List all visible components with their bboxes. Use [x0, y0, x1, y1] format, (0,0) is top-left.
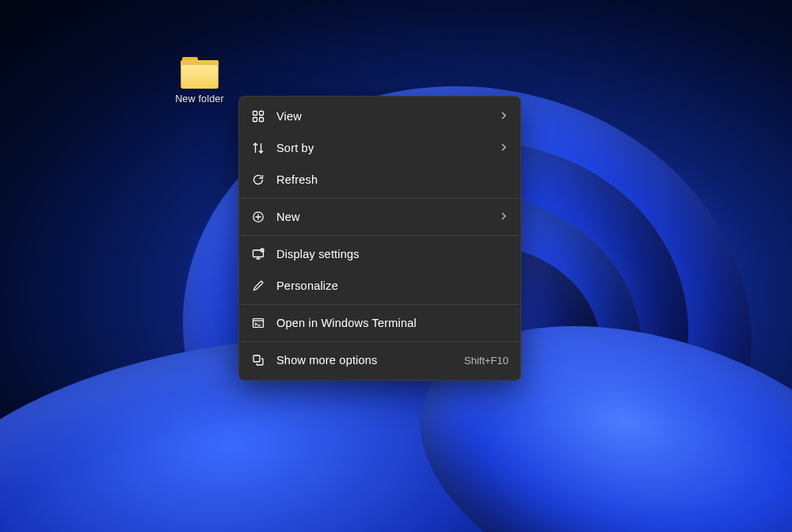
- menu-label: Open in Windows Terminal: [276, 317, 508, 329]
- menu-label: View: [276, 110, 488, 123]
- svg-rect-1: [260, 112, 264, 116]
- refresh-icon: [251, 173, 265, 187]
- svg-rect-0: [253, 112, 257, 116]
- menu-separator: [241, 304, 519, 305]
- menu-item-new[interactable]: New: [239, 201, 520, 233]
- menu-item-personalize[interactable]: Personalize: [239, 270, 520, 302]
- menu-label: Refresh: [276, 173, 508, 186]
- menu-item-refresh[interactable]: Refresh: [239, 164, 520, 196]
- menu-label: Personalize: [276, 279, 508, 292]
- terminal-icon: [251, 316, 265, 330]
- svg-rect-2: [253, 118, 257, 122]
- menu-separator: [241, 235, 519, 236]
- menu-item-show-more-options[interactable]: Show more options Shift+F10: [239, 344, 520, 376]
- menu-shortcut: Shift+F10: [464, 355, 508, 367]
- svg-rect-3: [260, 118, 264, 122]
- menu-label: Show more options: [276, 354, 453, 367]
- chevron-right-icon: [499, 110, 508, 123]
- menu-label: Sort by: [276, 142, 488, 154]
- menu-item-open-terminal[interactable]: Open in Windows Terminal: [239, 307, 520, 339]
- desktop-context-menu: View Sort by Refresh: [238, 96, 521, 381]
- menu-item-view[interactable]: View: [239, 101, 520, 132]
- chevron-right-icon: [499, 142, 508, 154]
- svg-rect-8: [253, 355, 260, 362]
- menu-separator: [241, 198, 519, 199]
- sort-icon: [251, 141, 265, 155]
- personalize-icon: [251, 279, 265, 293]
- menu-item-sort-by[interactable]: Sort by: [239, 132, 520, 164]
- folder-icon: [181, 57, 219, 89]
- folder-label: New folder: [168, 93, 231, 104]
- menu-label: New: [276, 211, 488, 223]
- display-settings-icon: [251, 247, 265, 261]
- show-more-icon: [251, 353, 265, 367]
- svg-rect-7: [253, 319, 264, 328]
- desktop-folder-new-folder[interactable]: New folder: [168, 57, 231, 104]
- menu-separator: [241, 341, 519, 342]
- view-icon: [251, 109, 265, 124]
- new-icon: [251, 210, 265, 224]
- menu-item-display-settings[interactable]: Display settings: [239, 238, 520, 270]
- chevron-right-icon: [499, 211, 508, 223]
- menu-label: Display settings: [276, 248, 508, 260]
